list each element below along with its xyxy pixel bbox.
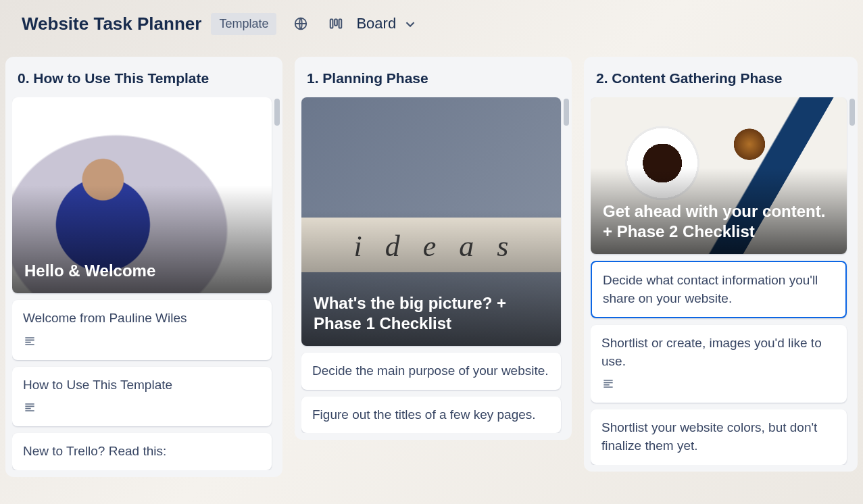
card-text: New to Trello? Read this: (23, 443, 261, 461)
description-icon (23, 401, 36, 417)
list-cards: ideas What's the big picture? + Phase 1 … (301, 97, 565, 433)
card-text: Shortlist your website colors, but don't… (601, 419, 836, 455)
list-planning-phase: 1. Planning Phase ideas What's the big p… (295, 57, 572, 440)
list-cards: Hello & Welcome Welcome from Pauline Wil… (12, 97, 276, 470)
board: 0. How to Use This Template Hello & Welc… (0, 47, 863, 504)
card[interactable]: Decide the main purpose of your website. (301, 353, 561, 390)
board-title[interactable]: Website Task Planner (22, 14, 201, 34)
cover-card[interactable]: Get ahead with your content. + Phase 2 C… (591, 97, 847, 254)
card-text: Figure out the titles of a few key pages… (312, 406, 550, 424)
svg-rect-3 (339, 20, 342, 28)
svg-rect-1 (330, 20, 333, 28)
cover-card-title: Get ahead with your content. + Phase 2 C… (591, 192, 847, 254)
card-text: Welcome from Pauline Wiles (23, 309, 261, 328)
description-icon (601, 377, 615, 393)
card[interactable]: Decide what contact information you'll s… (591, 261, 847, 318)
view-label: Board (356, 15, 396, 32)
board-columns-icon (325, 13, 347, 34)
cover-card[interactable]: ideas What's the big picture? + Phase 1 … (301, 97, 561, 346)
view-picker[interactable]: Board (356, 15, 416, 32)
card-text: Decide what contact information you'll s… (603, 272, 835, 307)
description-icon (23, 334, 36, 351)
card-text: How to Use This Template (23, 376, 261, 395)
card[interactable]: New to Trello? Read this: (12, 433, 272, 470)
board-header: Website Task Planner Template Board (0, 0, 863, 47)
template-badge[interactable]: Template (211, 13, 276, 35)
card-text: Shortlist or create, images you'd like t… (601, 334, 836, 370)
globe-icon[interactable] (290, 13, 312, 34)
card[interactable]: Welcome from Pauline Wiles (12, 300, 272, 360)
cover-card[interactable]: Hello & Welcome (12, 97, 272, 293)
card[interactable]: How to Use This Template (12, 367, 272, 427)
list-title[interactable]: 1. Planning Phase (301, 66, 565, 97)
card[interactable]: Shortlist your website colors, but don't… (591, 409, 847, 464)
list-cards: Get ahead with your content. + Phase 2 C… (591, 97, 851, 465)
chevron-down-icon (403, 17, 416, 30)
card[interactable]: Figure out the titles of a few key pages… (301, 397, 561, 434)
cover-decorative-word: ideas (301, 229, 561, 263)
list-title[interactable]: 0. How to Use This Template (12, 66, 276, 97)
list-how-to-use: 0. How to Use This Template Hello & Welc… (5, 57, 282, 477)
list-title[interactable]: 2. Content Gathering Phase (591, 66, 851, 97)
list-content-gathering: 2. Content Gathering Phase Get ahead wit… (584, 57, 858, 472)
card[interactable]: Shortlist or create, images you'd like t… (591, 325, 847, 403)
cover-card-title: What's the big picture? + Phase 1 Checkl… (301, 284, 561, 346)
cover-card-title: Hello & Welcome (12, 251, 168, 293)
svg-rect-2 (335, 20, 338, 26)
card-text: Decide the main purpose of your website. (312, 362, 550, 380)
